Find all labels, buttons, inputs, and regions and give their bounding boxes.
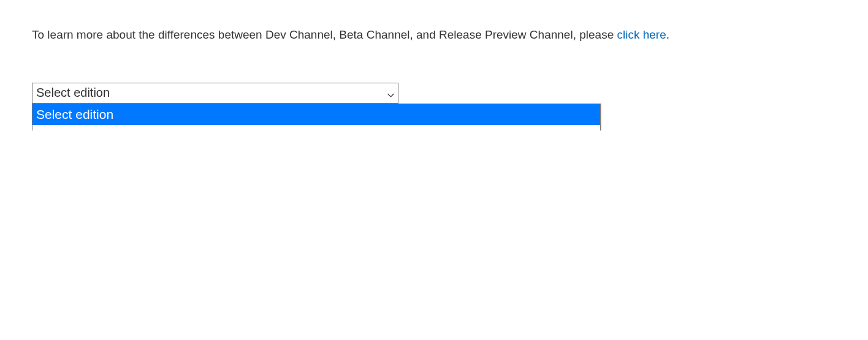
chevron-down-icon bbox=[387, 86, 394, 100]
click-here-link[interactable]: click here bbox=[617, 28, 666, 41]
edition-option[interactable]: Select edition bbox=[32, 104, 600, 125]
intro-text-after: . bbox=[666, 28, 669, 41]
edition-select-value: Select edition bbox=[36, 86, 110, 100]
edition-option[interactable]: Windows 11 Insider Preview (Dev Channel)… bbox=[32, 125, 600, 130]
intro-paragraph: To learn more about the differences betw… bbox=[32, 27, 836, 43]
edition-select[interactable]: Select edition bbox=[32, 83, 398, 104]
edition-select-wrapper: Select edition Select edition Windows 11… bbox=[32, 83, 398, 104]
edition-dropdown-list: Select edition Windows 11 Insider Previe… bbox=[32, 104, 601, 130]
intro-text-before: To learn more about the differences betw… bbox=[32, 28, 617, 41]
